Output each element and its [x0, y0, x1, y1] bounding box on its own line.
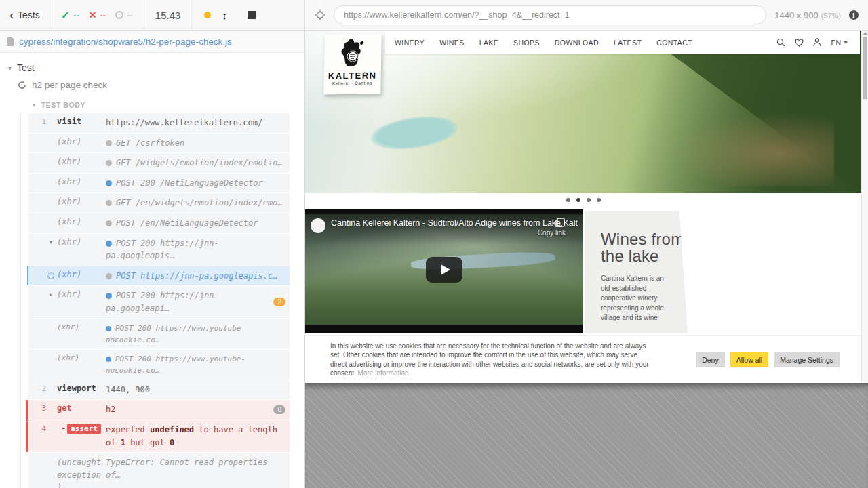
command-number	[28, 237, 46, 238]
manage-settings-button[interactable]: Manage Settings	[774, 352, 840, 367]
youtube-video-embed[interactable]: Cantina Kellerei Kaltern - Südtirol/Alto…	[305, 209, 583, 333]
language-label: EN	[831, 39, 841, 47]
expander-open-icon[interactable]: ▾	[46, 237, 56, 245]
command-row-uncaught-exception[interactable]: (uncaught exception)TypeError: Cannot re…	[28, 453, 290, 488]
test-body-label: TEST BODY	[41, 101, 86, 109]
scrollbar-up-arrow-icon[interactable]	[863, 32, 867, 35]
header-tools: ↕	[197, 9, 262, 21]
wishlist-heart-icon[interactable]	[795, 39, 804, 47]
scrollbar-thumb[interactable]	[863, 37, 867, 99]
nav-item-latest[interactable]: LATEST	[614, 39, 642, 47]
site-logo[interactable]: KALTERN Kellerei · Cantina	[323, 34, 381, 95]
carousel-dot[interactable]	[597, 198, 601, 202]
nav-item-contact[interactable]: CONTACT	[656, 39, 692, 47]
allow-all-button[interactable]: Allow all	[730, 352, 769, 367]
check-icon: ✓	[61, 9, 70, 22]
expander-closed-icon[interactable]: ▸	[46, 289, 56, 298]
command-row-xhr[interactable]: (xhr)POST /en/NetiLanguageDetector	[28, 214, 290, 233]
kaltern-lion-crest-icon	[339, 39, 367, 68]
selector-playground-icon[interactable]	[315, 9, 326, 20]
copy-link-icon[interactable]	[555, 217, 566, 228]
suite-row[interactable]: ▾ Test	[0, 58, 304, 76]
nav-item-lake[interactable]: LAKE	[479, 39, 498, 47]
test-body-section[interactable]: ▼ TEST BODY	[0, 94, 304, 113]
gray-status-dot-icon	[106, 273, 112, 279]
command-name-xhr: (xhr)	[56, 353, 106, 362]
assert-badge: assert	[67, 424, 101, 434]
play-button[interactable]	[426, 257, 462, 283]
video-thumbnail: Cantina Kellerei Kaltern - Südtirol/Alto…	[305, 214, 583, 325]
deny-button[interactable]: Deny	[696, 352, 725, 367]
command-row-xhr[interactable]: ▾(xhr)POST 200 https://jnn-pa.googleapis…	[28, 234, 290, 266]
command-message: POST 200 https://www.youtube-nocookie.co…	[106, 353, 285, 376]
command-row-xhr[interactable]: ▸(xhr)POST 200 https://jnn-pa.googleapi……	[28, 286, 290, 318]
command-row-get[interactable]: 3geth20	[28, 400, 290, 420]
message-text: POST 200 https://jnn-pa.googleapi…	[106, 291, 219, 313]
scroll-arrow-icon[interactable]: ↕	[222, 9, 227, 21]
nav-items: WINERYWINESLAKESHOPSDOWNLOADLATESTCONTAC…	[395, 39, 707, 47]
command-row-xhr[interactable]: (xhr)POST 200 https://www.youtube-nocook…	[28, 350, 290, 380]
command-row-visit[interactable]: 1visithttps://www.kellereikaltern.com/	[28, 113, 290, 133]
command-name: visit	[56, 117, 106, 126]
x-icon: ✕	[89, 9, 97, 20]
search-icon[interactable]	[776, 38, 785, 47]
message-text: POST https://jnn-pa.googleapis.c…	[116, 271, 277, 281]
test-title: h2 per page check	[32, 80, 107, 90]
viewport-info-icon[interactable]: i	[849, 10, 859, 20]
viewport-size-label: 1440 x 900(57%)	[774, 10, 841, 20]
command-row-xhr[interactable]: (xhr)GET /widgets/emotion/index/emotio…	[28, 153, 290, 173]
blue-status-dot-icon	[106, 180, 112, 186]
failed-count: --	[100, 10, 106, 20]
command-row-xhr[interactable]: (xhr)GET /en/widgets/emotion/index/emo…	[28, 193, 290, 213]
stop-button[interactable]	[248, 11, 256, 19]
command-row-assert[interactable]: 4-assertexpected undefined to have a len…	[28, 420, 290, 452]
blue-status-dot-icon	[106, 241, 112, 247]
command-row-xhr[interactable]: (xhr)GET /csrftoken	[28, 134, 290, 153]
nav-item-wines[interactable]: WINES	[439, 39, 464, 47]
suite-title: Test	[17, 62, 35, 73]
command-log: 1visithttps://www.kellereikaltern.com/(x…	[20, 113, 290, 488]
expander-spacer	[46, 197, 56, 199]
error-indicator-bar	[26, 420, 28, 452]
command-number: 1	[28, 117, 46, 126]
spec-file-link[interactable]: cypress/integration/shopware5/h2-per-pag…	[19, 37, 232, 47]
command-number	[28, 270, 46, 270]
language-selector[interactable]: EN	[831, 39, 848, 47]
carousel-dot[interactable]	[587, 198, 591, 202]
chevron-down-icon	[844, 41, 848, 44]
carousel-dot[interactable]	[566, 198, 570, 202]
auto-scroll-indicator-icon[interactable]	[204, 12, 211, 18]
command-name: get	[56, 403, 106, 413]
url-address-bar[interactable]: https://www.kellereikaltern.com/en/?__sh…	[334, 5, 766, 24]
nav-item-winery[interactable]: WINERY	[395, 39, 425, 47]
error-indicator-bar	[26, 400, 28, 420]
site-scrollbar[interactable]	[861, 30, 868, 383]
pending-count: --	[127, 10, 133, 20]
command-number	[28, 456, 46, 457]
video-title[interactable]: Cantina Kellerei Kaltern - Südtirol/Alto…	[331, 218, 578, 228]
command-row-xhr[interactable]: (xhr)POST https://jnn-pa.googleapis.c…	[27, 266, 290, 286]
passed-count: --	[73, 10, 79, 20]
command-message: GET /csrftoken	[106, 137, 285, 150]
blue-status-dot-icon	[106, 326, 111, 331]
nav-item-shops[interactable]: SHOPS	[513, 39, 540, 47]
message-text: TypeError: Cannot read properties of…	[106, 458, 267, 480]
site-navbar: WINERYWINESLAKESHOPSDOWNLOADLATESTCONTAC…	[385, 30, 860, 54]
message-text: 1440, 900	[106, 385, 150, 394]
command-row-viewport[interactable]: 2viewport1440, 900	[28, 380, 290, 400]
command-number	[28, 353, 46, 354]
test-row[interactable]: h2 per page check	[0, 76, 304, 94]
nav-item-download[interactable]: DOWNLOAD	[555, 39, 599, 47]
command-row-xhr[interactable]: (xhr)POST 200 /NetiLanguageDetector	[28, 174, 290, 193]
account-user-icon[interactable]	[813, 38, 821, 47]
command-number	[28, 217, 46, 218]
file-icon	[7, 37, 14, 46]
channel-avatar[interactable]	[311, 218, 326, 233]
command-number	[28, 323, 46, 323]
back-to-tests-button[interactable]: ‹ Tests	[0, 0, 50, 30]
command-message: POST 200 https://www.youtube-nocookie.co…	[106, 323, 285, 346]
command-row-xhr[interactable]: (xhr)POST 200 https://www.youtube-nocook…	[28, 319, 290, 349]
more-information-link[interactable]: More information	[358, 369, 409, 377]
copy-link-label[interactable]: Copy link	[538, 229, 566, 237]
carousel-dot[interactable]	[576, 198, 580, 202]
